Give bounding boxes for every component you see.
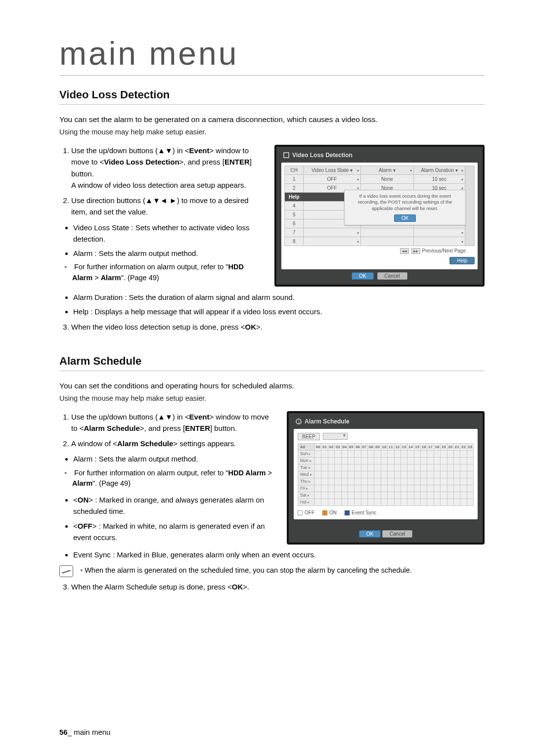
- table-row[interactable]: 7: [285, 228, 475, 237]
- t: ". (Page 49): [121, 274, 159, 282]
- hour-col[interactable]: 06: [355, 443, 361, 450]
- col-duration[interactable]: Alarm Duration ▾: [414, 166, 465, 175]
- t: When the video loss detection setup is d…: [71, 323, 245, 331]
- grid-row-sat[interactable]: Sat: [298, 492, 474, 499]
- t: OFF: [305, 510, 314, 515]
- tooltip-ok-button[interactable]: OK: [394, 214, 416, 222]
- hour-col[interactable]: 11: [388, 443, 394, 450]
- t: >, and press [: [140, 424, 185, 432]
- grid-row-wed[interactable]: Wed: [298, 471, 474, 478]
- beep-selector[interactable]: BEEP: [298, 433, 474, 440]
- as-b-off: <OFF> : Marked in white, no alarm is gen…: [73, 520, 277, 544]
- hour-col[interactable]: 02: [328, 443, 334, 450]
- hour-col[interactable]: 09: [374, 443, 381, 450]
- as-window-title: Alarm Schedule: [296, 418, 477, 425]
- beep-dropdown[interactable]: [323, 433, 348, 440]
- day-label[interactable]: Thu: [298, 478, 315, 485]
- t: Alarm Schedule: [84, 424, 139, 432]
- cell-dropdown[interactable]: OFF: [304, 175, 360, 184]
- cancel-button[interactable]: Cancel: [377, 272, 407, 280]
- vld-screenshot: Video Loss Detection CH Video Loss State…: [274, 145, 485, 289]
- day-label[interactable]: Sun: [298, 450, 315, 457]
- hour-col[interactable]: 14: [407, 443, 414, 450]
- grid-row-mon[interactable]: Mon: [298, 457, 474, 464]
- hour-col[interactable]: 16: [421, 443, 427, 450]
- as-screenshot: Alarm Schedule BEEP All 0001020304050607…: [287, 411, 485, 546]
- table-row[interactable]: 8: [285, 237, 475, 246]
- swatch-on-icon: [322, 510, 327, 515]
- hour-col[interactable]: 04: [341, 443, 348, 450]
- prev-page-button[interactable]: ◂◂: [400, 248, 409, 254]
- footer-label: main menu: [74, 728, 110, 736]
- cell-dropdown[interactable]: 10 sec: [414, 175, 465, 184]
- legend-on: ON: [322, 510, 337, 515]
- day-label[interactable]: Mon: [298, 457, 315, 464]
- next-page-button[interactable]: ▸▸: [411, 248, 420, 254]
- as-intro: You can set the conditions and operating…: [59, 380, 485, 391]
- t: >: [92, 274, 101, 282]
- as-b-alarm: Alarm : Sets the alarm output method.: [73, 453, 277, 464]
- day-label[interactable]: Wed: [298, 471, 315, 478]
- hour-col[interactable]: 17: [427, 443, 434, 450]
- hour-col[interactable]: 20: [447, 443, 453, 450]
- help-button[interactable]: Help: [449, 257, 475, 264]
- vld-steps-end: When the video loss detection setup is d…: [59, 321, 485, 333]
- page-number: 56: [59, 728, 68, 736]
- hour-col[interactable]: 03: [335, 443, 341, 450]
- col-all[interactable]: All: [298, 443, 315, 450]
- grid-row-sun[interactable]: Sun: [298, 450, 474, 457]
- table-row[interactable]: 1 OFF None 10 sec: [285, 175, 475, 184]
- hour-col[interactable]: 22: [460, 443, 467, 450]
- hour-col[interactable]: 12: [394, 443, 400, 450]
- cell: 1: [285, 175, 304, 184]
- hour-col[interactable]: 15: [414, 443, 420, 450]
- day-label[interactable]: Hol: [298, 499, 315, 505]
- col-ch[interactable]: CH: [285, 166, 304, 175]
- day-label[interactable]: Tue: [298, 464, 315, 471]
- schedule-grid[interactable]: All 000102030405060708091011121314151617…: [298, 443, 474, 506]
- hour-col[interactable]: 08: [368, 443, 374, 450]
- as-steps: Use the up/down buttons (▲▼) in <Event> …: [59, 411, 277, 450]
- col-state[interactable]: Video Loss State ▾: [304, 166, 360, 175]
- hour-col[interactable]: 00: [315, 443, 321, 450]
- t: _: [68, 728, 74, 736]
- t: Alarm Schedule: [305, 418, 350, 425]
- grid-row-hol[interactable]: Hol: [298, 499, 474, 505]
- cancel-button[interactable]: Cancel: [382, 530, 412, 538]
- t: ENTER: [224, 158, 250, 166]
- hour-col[interactable]: 23: [467, 443, 473, 450]
- hour-col[interactable]: 21: [453, 443, 460, 450]
- table-header-row: CH Video Loss State ▾ Alarm ▾ Alarm Dura…: [285, 166, 475, 175]
- t: OFF: [78, 522, 92, 530]
- cell[interactable]: None: [360, 175, 414, 184]
- t: ENTER: [185, 424, 210, 432]
- scrollbar[interactable]: [465, 166, 474, 246]
- t: <: [73, 496, 78, 504]
- t: >.: [256, 323, 263, 331]
- ok-button[interactable]: OK: [352, 272, 373, 280]
- vld-step-1: Use the up/down buttons (▲▼) in <Event> …: [71, 145, 265, 191]
- col-alarm[interactable]: Alarm ▾: [360, 166, 414, 175]
- legend-off: OFF: [298, 510, 314, 515]
- hour-col[interactable]: 10: [381, 443, 387, 450]
- hour-col[interactable]: 01: [321, 443, 328, 450]
- hour-col[interactable]: 19: [441, 443, 447, 450]
- day-label[interactable]: Fri: [298, 485, 315, 492]
- as-step-2: A window of <Alarm Schedule> settings ap…: [71, 438, 277, 449]
- hour-col[interactable]: 18: [434, 443, 440, 450]
- hour-col[interactable]: 13: [400, 443, 407, 450]
- t: A window of <: [71, 439, 117, 448]
- hour-col[interactable]: 07: [361, 443, 367, 450]
- day-label[interactable]: Sat: [298, 492, 315, 499]
- hour-col[interactable]: 05: [348, 443, 354, 450]
- as-steps-end: When the Alarm Schedule setup is done, p…: [59, 581, 485, 592]
- t: Alarm: [101, 274, 121, 282]
- grid-row-tue[interactable]: Tue: [298, 464, 474, 471]
- t: OK: [232, 583, 243, 591]
- legend: OFF ON Event Sync: [298, 510, 474, 515]
- section-as-heading: Alarm Schedule: [59, 355, 485, 371]
- t: Video Loss Detection: [292, 152, 353, 159]
- grid-row-fri[interactable]: Fri: [298, 485, 474, 492]
- ok-button[interactable]: OK: [359, 530, 381, 538]
- grid-row-thu[interactable]: Thu: [298, 478, 474, 485]
